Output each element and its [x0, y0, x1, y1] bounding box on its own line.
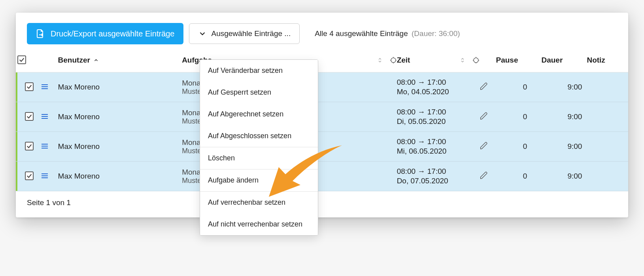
cell-note: [587, 102, 628, 132]
sort-asc-icon: [93, 57, 99, 63]
cell-time: 08:00 → 17:00 Mo, 04.05.2020: [397, 72, 480, 102]
select-all-checkbox[interactable]: [17, 55, 26, 64]
sort-icon[interactable]: [460, 57, 465, 64]
cell-pause: 0: [496, 72, 541, 102]
cell-pause: 0: [496, 102, 541, 132]
bulk-actions-button[interactable]: Ausgewähle Einträge ...: [189, 23, 300, 44]
target-icon[interactable]: [472, 57, 480, 64]
edit-icon[interactable]: [480, 82, 488, 91]
drag-handle-icon[interactable]: [42, 83, 48, 91]
summary-duration: (Dauer: 36:00): [412, 29, 460, 38]
menu-change-task[interactable]: Aufgabe ändern: [200, 169, 318, 191]
export-button-label: Druck/Export ausgewählte Einträge: [51, 29, 175, 38]
page-indicator: Seite 1 von 1: [27, 198, 71, 207]
drag-handle-icon[interactable]: [42, 172, 48, 181]
svg-point-5: [474, 58, 478, 63]
cell-time: 08:00 → 17:00 Mi, 06.05.2020: [397, 132, 480, 162]
col-note-label[interactable]: Notiz: [587, 56, 605, 64]
menu-set-billable[interactable]: Auf verrechenbar setzen: [200, 191, 318, 213]
menu-set-editable[interactable]: Auf Veränderbar setzen: [200, 60, 318, 82]
col-pause-label[interactable]: Pause: [496, 56, 518, 64]
menu-delete[interactable]: Löschen: [200, 147, 318, 169]
cell-duration: 9:00: [541, 72, 587, 102]
row-checkbox[interactable]: [25, 142, 34, 150]
menu-set-completed[interactable]: Auf Abgeschlossen setzen: [200, 125, 318, 147]
target-icon[interactable]: [390, 57, 397, 64]
cell-note: [587, 72, 628, 102]
row-checkbox[interactable]: [25, 171, 34, 180]
cell-duration: 9:00: [541, 162, 587, 191]
entries-table: Benutzer Aufgabe Zeit: [16, 48, 628, 191]
selection-summary: Alle 4 ausgewählte Einträge (Dauer: 36:0…: [315, 29, 460, 38]
cell-pause: 0: [496, 132, 541, 162]
main-panel: Druck/Export ausgewählte Einträge Ausgew…: [16, 13, 628, 217]
drag-handle-icon[interactable]: [42, 143, 48, 151]
menu-set-billed[interactable]: Auf Abgerechnet setzen: [200, 103, 318, 125]
row-checkbox[interactable]: [25, 82, 34, 91]
cell-note: [587, 162, 628, 191]
svg-point-0: [391, 58, 396, 63]
table-row[interactable]: Max Moreno Monatliche Wartung Muster Mar…: [16, 102, 628, 132]
col-duration-label[interactable]: Dauer: [541, 56, 563, 64]
row-checkbox[interactable]: [25, 112, 34, 121]
cell-user: Max Moreno: [58, 72, 182, 102]
edit-icon[interactable]: [480, 141, 488, 150]
cell-time: 08:00 → 17:00 Di, 05.05.2020: [397, 102, 480, 132]
edit-icon[interactable]: [480, 112, 488, 120]
cell-note: [587, 132, 628, 162]
cell-pause: 0: [496, 162, 541, 191]
cell-user: Max Moreno: [58, 102, 182, 132]
edit-icon[interactable]: [480, 171, 488, 180]
col-user-label[interactable]: Benutzer: [58, 56, 90, 65]
export-icon: [36, 29, 45, 38]
menu-set-nonbillable[interactable]: Auf nicht verrechenbar setzen: [200, 213, 318, 235]
bulk-actions-label: Ausgewähle Einträge ...: [212, 29, 291, 38]
table-row[interactable]: Max Moreno Monatliche Wartung Muster Mar…: [16, 132, 628, 162]
table-header-row: Benutzer Aufgabe Zeit: [16, 48, 628, 72]
cell-duration: 9:00: [541, 102, 587, 132]
menu-set-locked[interactable]: Auf Gesperrt setzen: [200, 82, 318, 103]
summary-text: Alle 4 ausgewählte Einträge: [315, 29, 408, 38]
chevron-down-icon: [198, 29, 207, 38]
drag-handle-icon[interactable]: [42, 113, 48, 121]
cell-time: 08:00 → 17:00 Do, 07.05.2020: [397, 162, 480, 191]
toolbar: Druck/Export ausgewählte Einträge Ausgew…: [16, 13, 628, 48]
cell-user: Max Moreno: [58, 162, 182, 191]
bulk-actions-menu: Auf Veränderbar setzen Auf Gesperrt setz…: [200, 59, 318, 236]
cell-duration: 9:00: [541, 132, 587, 162]
cell-user: Max Moreno: [58, 132, 182, 162]
col-time-label[interactable]: Zeit: [397, 56, 410, 65]
table-row[interactable]: Max Moreno Monatliche Wartung Muster Mar…: [16, 162, 628, 191]
table-row[interactable]: Max Moreno Monatliche Wartung Muster Mar…: [16, 72, 628, 102]
table-footer: Seite 1 von 1: [16, 191, 628, 217]
sort-icon[interactable]: [377, 57, 383, 64]
export-button[interactable]: Druck/Export ausgewählte Einträge: [27, 23, 183, 44]
